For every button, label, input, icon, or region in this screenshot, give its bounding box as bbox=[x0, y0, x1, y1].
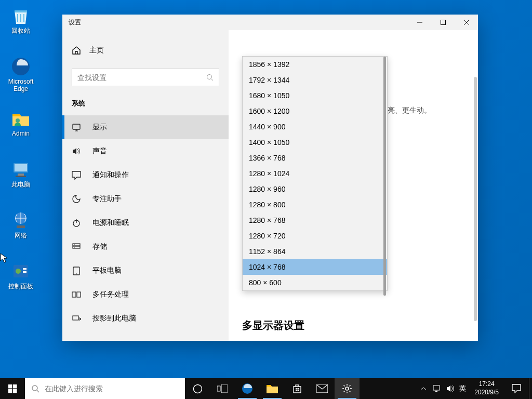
taskbar-app-edge[interactable] bbox=[235, 378, 260, 399]
desktop-icon-control-panel[interactable]: 控制面板 bbox=[1, 259, 41, 292]
desktop-icon-recycle-bin[interactable]: 回收站 bbox=[1, 3, 41, 36]
svg-rect-27 bbox=[8, 389, 12, 393]
window-title: 设置 bbox=[69, 18, 408, 27]
dropdown-scrollbar[interactable] bbox=[383, 57, 386, 296]
display-icon bbox=[72, 123, 81, 132]
tray-volume-icon[interactable] bbox=[446, 384, 455, 393]
focus-assist-icon bbox=[72, 194, 81, 204]
resolution-option[interactable]: 1440 × 900 bbox=[243, 119, 387, 135]
nav-item-notifications[interactable]: 通知和操作 bbox=[62, 163, 229, 187]
resolution-option[interactable]: 1280 × 720 bbox=[243, 228, 387, 244]
resolution-dropdown[interactable]: 1856 × 13921792 × 13441680 × 10501600 × … bbox=[242, 56, 388, 291]
svg-point-13 bbox=[207, 75, 212, 79]
ime-indicator[interactable]: 英 bbox=[459, 384, 466, 393]
multitask-icon bbox=[72, 290, 81, 299]
resolution-option[interactable]: 1600 × 1200 bbox=[243, 103, 387, 119]
minimize-button[interactable] bbox=[408, 15, 431, 30]
resolution-option[interactable]: 1856 × 1392 bbox=[243, 57, 387, 72]
notifications-icon bbox=[72, 170, 81, 180]
nav-item-label: 多任务处理 bbox=[92, 290, 129, 299]
tray-network-icon[interactable] bbox=[432, 384, 442, 393]
svg-rect-16 bbox=[73, 244, 80, 246]
clock-time: 17:24 bbox=[474, 380, 499, 389]
taskbar-search-input[interactable] bbox=[45, 384, 179, 393]
taskbar-app-explorer[interactable] bbox=[260, 378, 285, 399]
tablet-icon bbox=[72, 266, 81, 275]
sound-icon bbox=[72, 147, 81, 156]
storage-icon bbox=[72, 242, 81, 251]
svg-rect-23 bbox=[77, 292, 81, 297]
desktop-icon-label: 网络 bbox=[15, 232, 27, 239]
computer-icon bbox=[10, 159, 31, 180]
nav-item-sound[interactable]: 声音 bbox=[62, 139, 229, 163]
show-desktop-button[interactable] bbox=[529, 378, 532, 399]
home-icon bbox=[72, 46, 81, 55]
multi-display-text: 一些旧式显示器可能不会进行自动连接，选择"检测"即可尝试手动连接。 bbox=[242, 340, 457, 341]
resolution-option[interactable]: 1152 × 864 bbox=[243, 244, 387, 259]
control-panel-icon bbox=[10, 261, 31, 282]
taskbar: 英 17:24 2020/9/5 bbox=[0, 378, 532, 399]
resolution-option[interactable]: 1280 × 960 bbox=[243, 181, 387, 197]
taskbar-app-mail[interactable] bbox=[310, 378, 335, 399]
desktop-icon-label: Admin bbox=[12, 130, 30, 137]
resolution-option[interactable]: 1280 × 1024 bbox=[243, 166, 387, 181]
resolution-option[interactable]: 1280 × 800 bbox=[243, 197, 387, 212]
desktop-icon-this-pc[interactable]: 此电脑 bbox=[1, 157, 41, 190]
settings-search[interactable] bbox=[72, 69, 219, 86]
resolution-option[interactable]: 1400 × 1050 bbox=[243, 135, 387, 150]
taskbar-app-store[interactable] bbox=[285, 378, 310, 399]
partial-text: 亮、更生动。 bbox=[388, 106, 431, 115]
network-icon bbox=[10, 210, 31, 231]
settings-search-input[interactable] bbox=[77, 73, 206, 82]
tray-chevron-up-icon[interactable] bbox=[419, 384, 428, 393]
nav-item-display[interactable]: 显示 bbox=[62, 115, 229, 139]
project-icon bbox=[72, 314, 81, 323]
resolution-option[interactable]: 1792 × 1344 bbox=[243, 72, 387, 88]
titlebar[interactable]: 设置 bbox=[62, 15, 478, 30]
nav-item-label: 投影到此电脑 bbox=[92, 314, 136, 323]
resolution-option[interactable]: 800 × 600 bbox=[243, 275, 387, 290]
system-tray[interactable]: 英 bbox=[416, 378, 469, 399]
desktop-icon-label: Microsoft Edge bbox=[3, 78, 38, 93]
content-scrollbar[interactable] bbox=[474, 77, 477, 321]
close-button[interactable] bbox=[455, 15, 478, 30]
svg-rect-40 bbox=[433, 385, 440, 390]
svg-rect-7 bbox=[17, 225, 25, 228]
nav-item-power[interactable]: 电源和睡眠 bbox=[62, 211, 229, 235]
svg-rect-41 bbox=[435, 391, 437, 392]
nav-item-focus-assist[interactable]: 专注助手 bbox=[62, 187, 229, 211]
svg-rect-35 bbox=[298, 388, 299, 390]
nav-item-tablet[interactable]: 平板电脑 bbox=[62, 259, 229, 283]
edge-icon bbox=[10, 56, 31, 77]
nav-item-storage[interactable]: 存储 bbox=[62, 235, 229, 259]
svg-rect-4 bbox=[18, 174, 24, 176]
power-icon bbox=[72, 218, 81, 228]
taskbar-clock[interactable]: 17:24 2020/9/5 bbox=[469, 378, 504, 399]
nav-item-label: 存储 bbox=[92, 242, 107, 251]
maximize-button[interactable] bbox=[431, 15, 455, 30]
svg-rect-17 bbox=[73, 246, 80, 248]
nav-item-label: 专注助手 bbox=[92, 194, 122, 204]
home-link[interactable]: 主页 bbox=[62, 41, 229, 60]
notification-center-button[interactable] bbox=[504, 378, 529, 399]
svg-rect-25 bbox=[8, 384, 12, 389]
resolution-option[interactable]: 532 × 399 bbox=[243, 259, 387, 275]
svg-point-30 bbox=[193, 384, 202, 393]
start-button[interactable] bbox=[0, 378, 25, 399]
task-view-button[interactable] bbox=[210, 378, 235, 399]
svg-point-1 bbox=[16, 118, 20, 123]
cortana-button[interactable] bbox=[185, 378, 210, 399]
svg-point-29 bbox=[32, 385, 37, 391]
desktop-icon-admin[interactable]: Admin bbox=[1, 106, 41, 139]
taskbar-search[interactable] bbox=[25, 378, 185, 399]
svg-rect-34 bbox=[296, 388, 297, 390]
resolution-option[interactable]: 1680 × 1050 bbox=[243, 88, 387, 103]
svg-rect-31 bbox=[217, 386, 220, 391]
desktop-icon-edge[interactable]: Microsoft Edge bbox=[1, 54, 41, 95]
resolution-option[interactable]: 1280 × 768 bbox=[243, 212, 387, 228]
taskbar-app-settings[interactable] bbox=[335, 378, 360, 399]
nav-item-multitask[interactable]: 多任务处理 bbox=[62, 283, 229, 307]
resolution-option[interactable]: 1366 × 768 bbox=[243, 150, 387, 166]
desktop-icon-network[interactable]: 网络 bbox=[1, 208, 41, 241]
nav-item-project[interactable]: 投影到此电脑 bbox=[62, 307, 229, 330]
